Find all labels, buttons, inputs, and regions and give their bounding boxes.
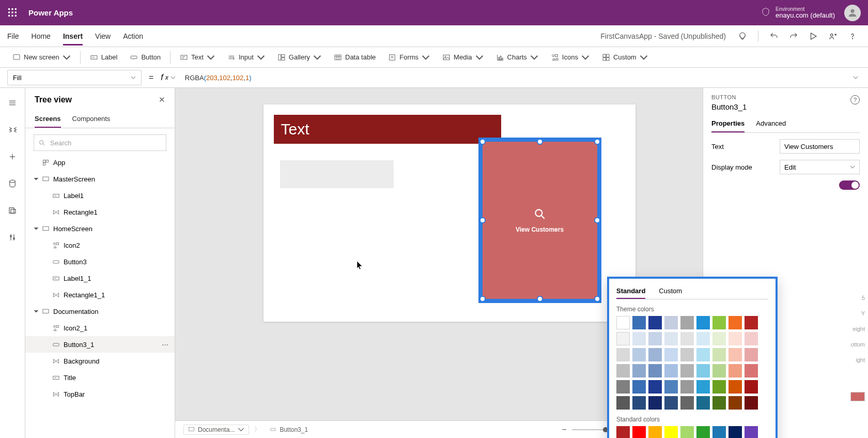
color-swatch[interactable] (745, 364, 758, 377)
color-swatch[interactable] (696, 316, 710, 329)
tree-node-icon2[interactable]: Icon2 (25, 237, 175, 253)
tree-node-topbar[interactable]: TopBar (25, 386, 175, 402)
color-swatch[interactable] (616, 426, 630, 438)
insert-datatable-button[interactable]: Data table (329, 50, 381, 65)
tree-node-label1-1[interactable]: Label1_1 (25, 270, 175, 286)
color-swatch[interactable] (616, 380, 630, 394)
color-swatch[interactable] (680, 348, 694, 361)
color-swatch[interactable] (696, 332, 710, 345)
color-swatch[interactable] (712, 396, 726, 410)
color-swatch[interactable] (729, 396, 742, 410)
rail-hamburger-icon[interactable] (3, 93, 22, 113)
resize-handle[interactable] (479, 296, 486, 302)
color-swatch[interactable] (664, 396, 678, 410)
menu-view[interactable]: View (95, 27, 111, 46)
environment-picker[interactable]: Environment enayu.com (default) (761, 6, 835, 19)
insert-label-button[interactable]: Label (85, 50, 123, 65)
tree-node-rectangle1-1[interactable]: Rectangle1_1 (25, 286, 175, 303)
formula-input[interactable]: RGBA(203, 102, 102, 1) (181, 70, 845, 85)
insert-charts-dropdown[interactable]: Charts (491, 50, 544, 65)
insert-media-dropdown[interactable]: Media (437, 50, 488, 65)
app-checker-icon[interactable] (734, 28, 751, 44)
visible-toggle[interactable] (839, 180, 860, 190)
color-swatch[interactable] (680, 364, 694, 377)
insert-gallery-dropdown[interactable]: Gallery (272, 50, 327, 65)
user-avatar[interactable] (844, 5, 861, 21)
help-icon[interactable] (844, 28, 861, 44)
color-swatch[interactable] (648, 426, 662, 438)
color-swatch[interactable] (664, 348, 678, 361)
tree-node-button3[interactable]: Button3 (25, 253, 175, 270)
property-selector[interactable]: Fill (7, 70, 142, 85)
color-swatch[interactable] (712, 364, 726, 377)
color-swatch[interactable] (664, 364, 678, 377)
color-swatch[interactable] (648, 332, 662, 345)
color-swatch[interactable] (745, 380, 758, 394)
color-swatch[interactable] (632, 316, 646, 329)
color-swatch[interactable] (696, 426, 710, 438)
preview-play-icon[interactable] (805, 28, 822, 44)
insert-text-dropdown[interactable]: Text (175, 50, 220, 65)
color-swatch[interactable] (680, 332, 694, 345)
breadcrumb-screen[interactable]: Documenta... (183, 425, 249, 435)
color-swatch[interactable] (648, 348, 662, 361)
color-swatch[interactable] (648, 364, 662, 377)
resize-handle[interactable] (479, 139, 486, 145)
resize-handle[interactable] (594, 217, 600, 223)
canvas-selected-button[interactable]: View Customers (478, 138, 601, 303)
tree-tab-components[interactable]: Components (72, 111, 111, 128)
rail-data-icon[interactable] (3, 174, 22, 193)
canvas-grey-rectangle[interactable] (280, 160, 394, 188)
color-swatch[interactable] (745, 396, 758, 410)
close-icon[interactable]: ✕ (159, 95, 165, 104)
color-swatch[interactable] (712, 316, 726, 329)
menu-file[interactable]: File (7, 27, 19, 46)
color-swatch[interactable] (632, 364, 646, 377)
color-swatch[interactable] (616, 332, 630, 345)
prop-text-input[interactable]: View Customers (780, 139, 860, 154)
panel-help-icon[interactable]: ? (850, 95, 860, 104)
insert-button-button[interactable]: Button (125, 50, 166, 65)
resize-handle[interactable] (537, 139, 543, 145)
menu-insert[interactable]: Insert (63, 27, 83, 46)
color-swatch[interactable] (729, 380, 742, 394)
color-swatch[interactable] (632, 348, 646, 361)
color-swatch[interactable] (696, 364, 710, 377)
insert-input-dropdown[interactable]: Input (222, 50, 270, 65)
color-swatch[interactable] (696, 380, 710, 394)
rail-insert-icon[interactable] (3, 147, 22, 167)
zoom-out-icon[interactable]: − (562, 425, 566, 434)
color-swatch[interactable] (745, 332, 758, 345)
colorpicker-tab-standard[interactable]: Standard (616, 284, 645, 299)
props-tab-properties[interactable]: Properties (711, 115, 745, 132)
tree-search-input[interactable]: Search (34, 134, 166, 151)
color-swatch[interactable] (632, 396, 646, 410)
color-swatch[interactable] (745, 316, 758, 329)
color-swatch[interactable] (712, 332, 726, 345)
color-swatch[interactable] (648, 380, 662, 394)
breadcrumb-control[interactable]: Button3_1 (266, 425, 312, 434)
undo-icon[interactable] (766, 28, 782, 44)
insert-icons-dropdown[interactable]: Icons (546, 50, 595, 65)
color-swatch[interactable] (664, 426, 678, 438)
color-swatch[interactable] (632, 426, 646, 438)
color-swatch[interactable] (729, 316, 742, 329)
color-swatch[interactable] (616, 364, 630, 377)
tree-node-app[interactable]: App (25, 154, 175, 171)
color-swatch[interactable] (696, 348, 710, 361)
color-swatch[interactable] (696, 396, 710, 410)
color-swatch[interactable] (712, 426, 726, 438)
app-launcher-icon[interactable] (0, 0, 25, 25)
color-swatch[interactable] (680, 396, 694, 410)
resize-handle[interactable] (537, 296, 543, 302)
menu-action[interactable]: Action (123, 27, 143, 46)
color-swatch[interactable] (712, 348, 726, 361)
tree-node-button3-1[interactable]: Button3_1⋯ (25, 336, 175, 353)
canvas-text-label[interactable]: Text (274, 115, 501, 144)
color-swatch[interactable] (616, 316, 630, 329)
tree-node-background[interactable]: Background (25, 353, 175, 369)
canvas-screen[interactable]: Text View Customers (264, 104, 636, 322)
tree-node-icon2-1[interactable]: Icon2_1 (25, 320, 175, 336)
rail-media-icon[interactable] (3, 201, 22, 220)
color-swatch[interactable] (680, 316, 694, 329)
